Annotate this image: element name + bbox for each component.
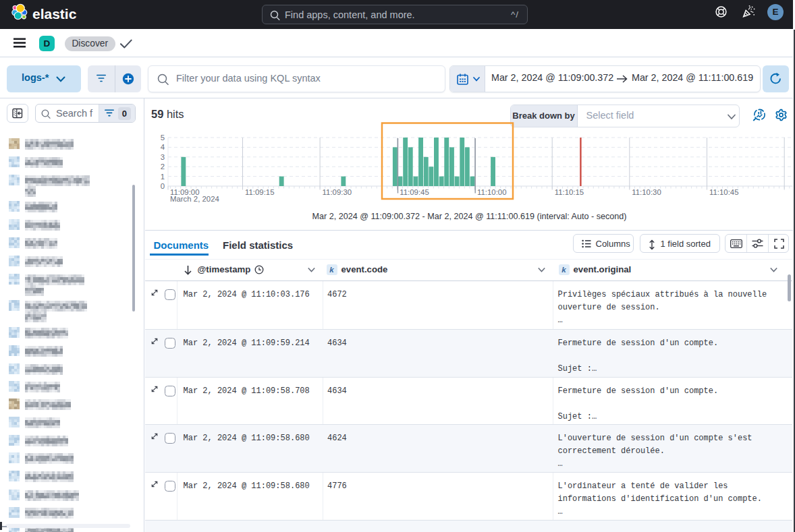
svg-text:11:09:45: 11:09:45 (400, 188, 429, 196)
svg-text:4: 4 (161, 143, 165, 151)
svg-text:0: 0 (161, 182, 165, 190)
svg-text:11:10:15: 11:10:15 (555, 188, 584, 196)
svg-text:11:10:00: 11:10:00 (477, 188, 507, 196)
svg-text:3: 3 (161, 153, 165, 161)
svg-text:11:10:30: 11:10:30 (632, 188, 661, 196)
svg-text:11:10:45: 11:10:45 (709, 188, 739, 196)
svg-text:5: 5 (161, 134, 165, 142)
svg-text:March 2, 2024: March 2, 2024 (170, 195, 219, 203)
svg-text:1: 1 (161, 173, 165, 181)
svg-text:11:09:30: 11:09:30 (323, 188, 352, 196)
svg-text:2: 2 (161, 162, 165, 171)
svg-text:11:09:15: 11:09:15 (245, 188, 275, 196)
